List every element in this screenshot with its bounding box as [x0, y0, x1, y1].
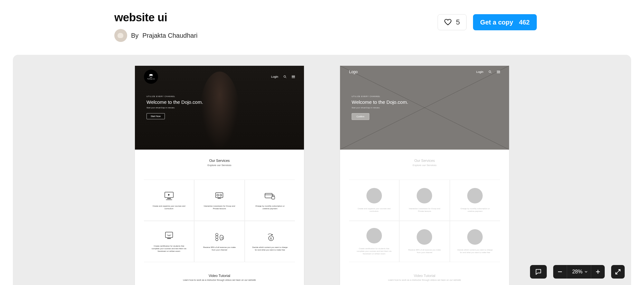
like-button[interactable]: 5 [438, 14, 467, 30]
hero-title: Welcome to the Dojo.com. [352, 99, 408, 105]
service-cell-text: Charge by monthly subscription or onetim… [457, 207, 493, 212]
hero-subtitle: Start your virtual Dojo in minutes. [147, 107, 203, 109]
coin-cycle-icon: $ [264, 232, 276, 242]
card-lock-icon [264, 191, 276, 201]
money-bag-icon: $ [213, 232, 225, 242]
placeholder-circle-icon [366, 188, 382, 203]
expand-icon [615, 269, 621, 275]
service-cell-text: Decide which content you want to charge … [252, 246, 288, 251]
design-canvas[interactable]: TheDojo.com Login UTILIZE EVERY CHANNEL … [13, 55, 631, 285]
service-cell-text: Create and organize your courses and cur… [151, 205, 187, 210]
services-subtitle: Explore our Services [349, 164, 500, 167]
mockup-wireframe[interactable]: Logo Login UTILIZE EVERY CHANNEL Welcome… [340, 66, 509, 285]
login-link: Login [271, 75, 278, 78]
service-cell: Interactive Livestream for Group and Pri… [399, 180, 450, 221]
service-cell: Receive 90% of all revenue you make from… [399, 221, 450, 262]
hero-eyebrow: UTILIZE EVERY CHANNEL [352, 95, 408, 97]
svg-line-29 [491, 73, 492, 74]
confirm-button: Confirm [352, 113, 369, 120]
service-cell: Charge by monthly subscription or onetim… [450, 180, 500, 221]
like-count: 5 [456, 18, 460, 26]
get-copy-label: Get a copy [480, 19, 513, 26]
zoom-value: 28% [572, 269, 582, 275]
svg-point-21 [216, 238, 218, 241]
author-row[interactable]: By Prajakta Chaudhari [114, 29, 198, 42]
service-cell: $ Decide which content you want to charg… [245, 221, 295, 262]
chevron-down-icon [584, 270, 588, 273]
service-cell-text: Receive 90% of all revenue you make from… [202, 246, 237, 251]
svg-marker-4 [168, 194, 170, 196]
plus-icon [595, 269, 601, 274]
svg-text:$: $ [270, 237, 272, 240]
tutorial-title: Video Tutorial [340, 274, 509, 278]
services-subtitle: Explore our Services [144, 164, 295, 167]
svg-rect-15 [272, 196, 275, 199]
comment-icon [535, 268, 542, 275]
site-logo-badge: TheDojo.com [144, 70, 158, 84]
zoom-out-button[interactable] [553, 265, 567, 279]
livestream-icon [213, 191, 225, 201]
zoom-control: 28% [553, 265, 605, 279]
hero-subtitle: Start your virtual Dojo in minutes. [352, 107, 408, 109]
author-avatar[interactable] [114, 29, 127, 42]
service-cell: Interactive Livestream for Group and Pri… [194, 180, 244, 221]
start-now-button: Start Now [147, 113, 165, 119]
svg-rect-13 [265, 193, 272, 198]
service-cell: Charge by monthly subscription or onetim… [245, 180, 295, 221]
copy-count: 462 [519, 19, 530, 26]
services-grid: Create and organize your courses and cur… [349, 180, 500, 262]
placeholder-circle-icon [366, 228, 382, 243]
wire-logo-text: Logo [349, 70, 358, 74]
logo-text: TheDojo.com [147, 78, 155, 80]
minus-icon [557, 269, 563, 274]
zoom-in-button[interactable] [591, 265, 605, 279]
page-title: website ui [114, 11, 198, 24]
svg-point-28 [489, 71, 491, 73]
service-cell: Decide which content you want to charge … [450, 221, 500, 262]
menu-icon [497, 71, 500, 74]
tutorial-subtitle: Learn how to work as a instructor throug… [340, 279, 509, 281]
services-grid: Create and organize your courses and cur… [144, 180, 295, 262]
tutorial-title: Video Tutorial [135, 274, 304, 278]
search-icon [488, 70, 492, 74]
search-icon [283, 75, 287, 78]
author-prefix: By [131, 32, 138, 39]
viewer-toolbar: 28% [530, 265, 625, 279]
svg-point-1 [284, 75, 286, 77]
login-link: Login [476, 70, 483, 74]
mockup-hifi[interactable]: TheDojo.com Login UTILIZE EVERY CHANNEL … [135, 66, 304, 285]
service-cell: Create certification for students that c… [349, 221, 399, 262]
service-cell-text: Create and organize your courses and cur… [356, 207, 392, 212]
zoom-level-dropdown[interactable]: 28% [567, 269, 591, 275]
comment-button[interactable] [530, 265, 547, 279]
placeholder-circle-icon [417, 188, 432, 203]
service-cell: $ Receive 90% of all revenue you make fr… [194, 221, 244, 262]
menu-icon [292, 75, 295, 78]
service-cell-text: Interactive Livestream for Group and Pri… [407, 207, 442, 212]
heart-icon [444, 19, 451, 25]
services-title: Our Services [144, 159, 295, 162]
certificate-icon [163, 231, 175, 241]
svg-line-2 [286, 77, 287, 78]
service-cell-text: Create certification for students that c… [151, 245, 187, 252]
service-cell: Create certification for students that c… [144, 221, 194, 262]
fullscreen-button[interactable] [611, 265, 625, 279]
hero-dark: TheDojo.com Login UTILIZE EVERY CHANNEL … [135, 66, 304, 150]
svg-point-20 [216, 236, 218, 238]
bonsai-icon [148, 74, 154, 78]
service-cell-text: Receive 90% of all revenue you make from… [407, 249, 442, 254]
placeholder-circle-icon [467, 188, 483, 203]
get-copy-button[interactable]: Get a copy 462 [473, 14, 537, 30]
author-name[interactable]: Prajakta Chaudhari [142, 32, 197, 39]
monitor-play-icon [163, 191, 175, 201]
service-cell-text: Interactive Livestream for Group and Pri… [202, 205, 237, 210]
hero-title: Welcome to the Dojo.com. [147, 99, 203, 105]
hero-eyebrow: UTILIZE EVERY CHANNEL [147, 95, 203, 97]
hero-wire: Logo Login UTILIZE EVERY CHANNEL Welcome… [340, 66, 509, 150]
svg-rect-18 [167, 238, 171, 239]
svg-point-8 [217, 194, 219, 196]
svg-rect-5 [167, 198, 171, 199]
tutorial-subtitle: Learn how to work as a instructor throug… [135, 279, 304, 281]
placeholder-circle-icon [467, 229, 483, 245]
service-cell: Create and organize your courses and cur… [144, 180, 194, 221]
